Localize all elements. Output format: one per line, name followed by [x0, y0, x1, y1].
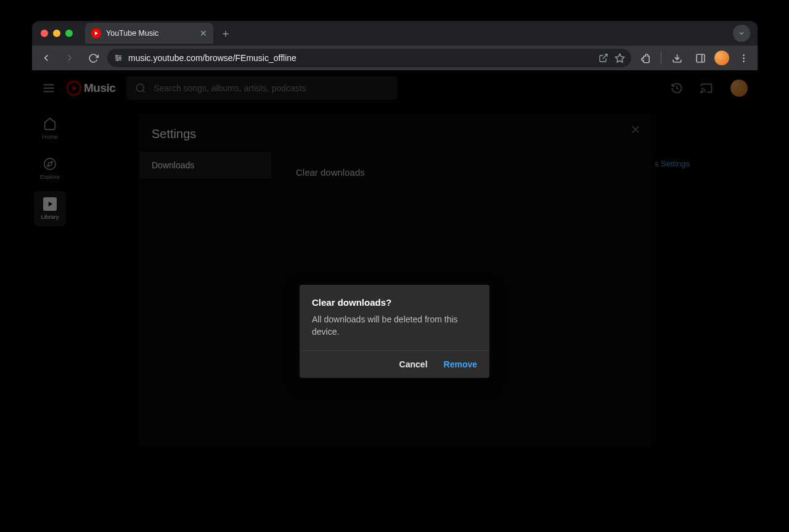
- svg-point-4: [119, 57, 121, 59]
- reload-button[interactable]: [84, 49, 102, 67]
- site-settings-icon[interactable]: [113, 53, 123, 63]
- open-in-new-icon[interactable]: [599, 53, 608, 63]
- dialog-title: Clear downloads?: [300, 285, 489, 314]
- window-minimize-button[interactable]: [53, 30, 60, 37]
- svg-line-6: [603, 54, 607, 59]
- svg-point-13: [743, 60, 745, 62]
- svg-point-5: [117, 59, 118, 61]
- dialog-body: All downloads will be deleted from this …: [300, 314, 489, 350]
- new-tab-button[interactable]: ＋: [217, 25, 234, 42]
- downloads-button[interactable]: [668, 49, 686, 67]
- dialog-actions: Cancel Remove: [300, 351, 489, 378]
- extensions-button[interactable]: [636, 49, 655, 67]
- browser-tab[interactable]: YouTube Music ✕: [85, 23, 213, 44]
- back-button[interactable]: [37, 49, 55, 67]
- url-text: music.youtube.com/browse/FEmusic_offline: [128, 53, 594, 63]
- svg-point-3: [116, 55, 118, 57]
- close-tab-button[interactable]: ✕: [200, 28, 207, 38]
- tab-title: YouTube Music: [106, 29, 195, 38]
- browser-window: YouTube Music ✕ ＋ music.youtube.com/brow…: [32, 21, 758, 491]
- address-bar[interactable]: music.youtube.com/browse/FEmusic_offline: [107, 49, 631, 67]
- cancel-button[interactable]: Cancel: [399, 359, 428, 369]
- window-controls: [41, 30, 73, 37]
- modal-scrim: [32, 70, 758, 491]
- svg-marker-7: [615, 54, 624, 62]
- remove-button[interactable]: Remove: [444, 359, 477, 369]
- toolbar-divider: [661, 52, 661, 64]
- forward-button[interactable]: [60, 49, 79, 67]
- browser-profile-avatar[interactable]: [714, 51, 729, 65]
- side-panel-button[interactable]: [691, 49, 709, 67]
- cancel-button-label: Cancel: [399, 359, 428, 369]
- browser-menu-button[interactable]: [734, 49, 753, 67]
- svg-rect-9: [697, 54, 705, 62]
- tab-strip: YouTube Music ✕ ＋: [32, 21, 758, 46]
- svg-point-12: [743, 57, 745, 59]
- clear-downloads-dialog: Clear downloads? All downloads will be d…: [300, 285, 489, 378]
- svg-point-11: [743, 54, 745, 56]
- window-maximize-button[interactable]: [65, 30, 73, 37]
- youtube-music-favicon: [91, 28, 101, 38]
- remove-button-label: Remove: [444, 359, 477, 369]
- tabs-dropdown-button[interactable]: [733, 25, 750, 42]
- app-content: Music Home: [32, 70, 758, 491]
- browser-toolbar: music.youtube.com/browse/FEmusic_offline: [32, 46, 758, 70]
- bookmark-star-icon[interactable]: [615, 53, 625, 63]
- window-close-button[interactable]: [41, 30, 48, 37]
